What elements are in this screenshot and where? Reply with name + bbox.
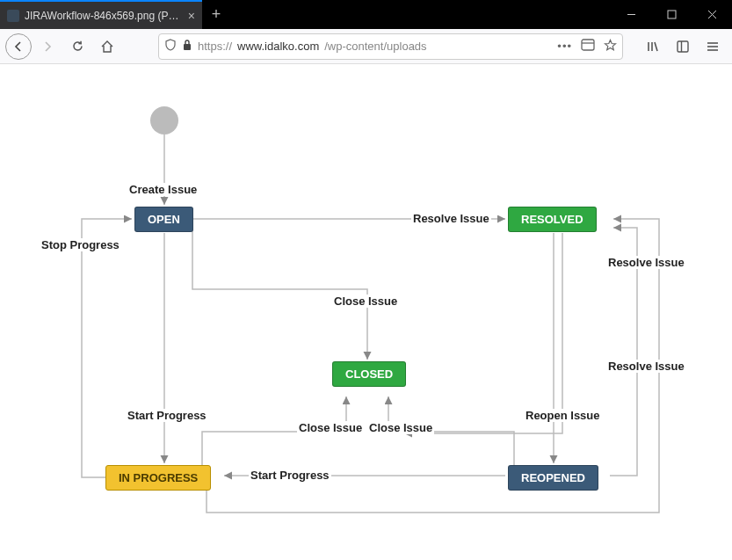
browser-tab[interactable]: JIRAWorkflow-846x569.png (PNG Im × (0, 0, 202, 29)
url-bar[interactable]: https://www.idalko.com/wp-content/upload… (158, 33, 623, 60)
lock-icon[interactable] (182, 39, 192, 54)
page-actions-icon[interactable]: ••• (557, 40, 572, 53)
url-host: www.idalko.com (237, 40, 319, 53)
start-node (150, 106, 178, 135)
url-prefix: https:// (198, 40, 232, 53)
state-open: OPEN (134, 207, 193, 232)
new-tab-button[interactable]: + (202, 0, 230, 29)
label-start-progress-left: Start Progress (126, 409, 208, 422)
state-in-progress: IN PROGRESS (105, 465, 211, 491)
state-resolved: RESOLVED (508, 207, 597, 232)
close-tab-icon[interactable]: × (188, 9, 195, 23)
tab-title: JIRAWorkflow-846x569.png (PNG Im (25, 10, 183, 22)
bookmark-star-icon[interactable] (604, 39, 617, 55)
label-reopen-issue: Reopen Issue (524, 409, 602, 422)
url-path: /wp-content/uploads (324, 40, 426, 53)
library-icon[interactable] (639, 33, 667, 61)
svg-rect-1 (668, 11, 676, 18)
svg-rect-4 (184, 44, 191, 50)
label-stop-progress: Stop Progress (40, 238, 121, 251)
tab-favicon (7, 10, 19, 22)
label-resolve-issue-right1: Resolve Issue (606, 256, 686, 269)
svg-line-9 (655, 42, 657, 51)
urlbar-actions: ••• (557, 39, 617, 55)
state-reopened: REOPENED (508, 465, 598, 491)
shield-icon[interactable] (164, 39, 177, 54)
window-minimize-button[interactable] (611, 0, 651, 29)
window-restore-button[interactable] (651, 0, 692, 29)
workflow-diagram: OPEN RESOLVED CLOSED IN PROGRESS REOPENE… (0, 64, 732, 560)
label-create-issue: Create Issue (127, 183, 199, 196)
label-resolve-issue-right2: Resolve Issue (606, 360, 686, 373)
svg-rect-5 (582, 40, 594, 50)
app-menu-icon[interactable] (699, 33, 727, 61)
window-controls (611, 0, 732, 29)
svg-rect-10 (678, 41, 688, 52)
window-close-button[interactable] (692, 0, 732, 29)
sidebars-icon[interactable] (669, 33, 697, 61)
toolbar-right (639, 33, 727, 61)
state-closed: CLOSED (332, 361, 406, 387)
label-close-issue-right: Close Issue (367, 421, 434, 434)
label-resolve-issue-top: Resolve Issue (411, 212, 491, 225)
label-start-progress-mid: Start Progress (249, 469, 331, 482)
browser-tabbar: JIRAWorkflow-846x569.png (PNG Im × + (0, 0, 732, 29)
label-close-issue-top: Close Issue (332, 295, 399, 308)
browser-toolbar: https://www.idalko.com/wp-content/upload… (0, 29, 732, 64)
label-close-issue-left: Close Issue (297, 421, 364, 434)
back-button[interactable] (5, 33, 32, 60)
home-button[interactable] (93, 33, 121, 61)
reload-button[interactable] (63, 33, 91, 61)
forward-button[interactable] (33, 33, 62, 61)
reader-mode-icon[interactable] (581, 39, 595, 54)
